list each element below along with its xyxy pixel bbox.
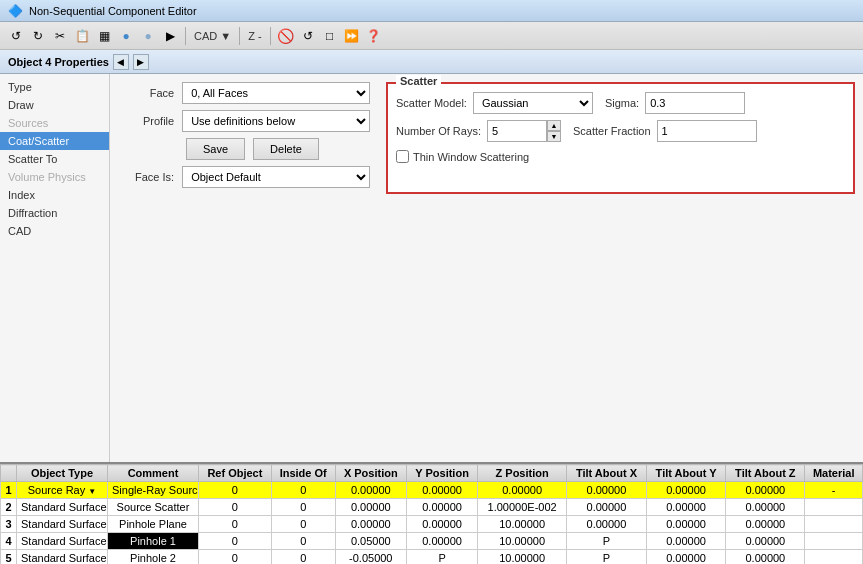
- th-object-type: Object Type: [17, 465, 108, 482]
- comment-cell: Pinhole 2: [108, 550, 199, 565]
- tilt-x-cell: 0.00000: [567, 482, 647, 499]
- table-row[interactable]: 3 Standard Surface ▼ Pinhole Plane 0 0 0…: [1, 516, 863, 533]
- scatter-box-title: Scatter: [396, 75, 441, 87]
- toolbar-square[interactable]: □: [320, 26, 340, 46]
- nav-next-button[interactable]: ▶: [133, 54, 149, 70]
- sidebar-item-coat-scatter[interactable]: Coat/Scatter: [0, 132, 109, 150]
- th-tilt-z: Tilt About Z: [726, 465, 805, 482]
- material-cell: [805, 499, 863, 516]
- th-z-position: Z Position: [478, 465, 567, 482]
- rays-spinner: ▲ ▼: [487, 120, 561, 142]
- material-cell: [805, 550, 863, 565]
- table-row[interactable]: 4 Standard Surface ▼ Pinhole 1 0 0 0.050…: [1, 533, 863, 550]
- sidebar-item-volume-physics: Volume Physics: [0, 168, 109, 186]
- inside-of-cell: 0: [271, 533, 335, 550]
- table-row[interactable]: 5 Standard Surface ▼ Pinhole 2 0 0 -0.05…: [1, 550, 863, 565]
- toolbar-redo[interactable]: ↻: [28, 26, 48, 46]
- sep1: [185, 27, 186, 45]
- face-row: Face 0, All Faces: [118, 82, 370, 104]
- y-pos-cell: 0.00000: [406, 533, 477, 550]
- x-pos-cell: 0.00000: [335, 516, 406, 533]
- obj-type-cell[interactable]: Standard Surface ▼: [17, 499, 108, 516]
- scatter-model-row: Scatter Model: Gaussian Lambertian Sigma…: [396, 92, 845, 114]
- toolbar-grid[interactable]: ▦: [94, 26, 114, 46]
- title-bar: 🔷 Non-Sequential Component Editor: [0, 0, 863, 22]
- face-is-select[interactable]: Object Default: [182, 166, 370, 188]
- toolbar-undo[interactable]: ↺: [6, 26, 26, 46]
- y-pos-cell: 0.00000: [406, 499, 477, 516]
- table-body: 1 Source Ray ▼ Single-Ray Source 0 0 0.0…: [1, 482, 863, 565]
- toolbar-forward[interactable]: ⏩: [342, 26, 362, 46]
- sidebar-item-cad[interactable]: CAD: [0, 222, 109, 240]
- th-comment: Comment: [108, 465, 199, 482]
- thin-window-row: Thin Window Scattering: [396, 150, 845, 163]
- toolbar-dot1[interactable]: ●: [116, 26, 136, 46]
- inside-of-cell: 0: [271, 499, 335, 516]
- obj-type-cell[interactable]: Standard Surface ▼: [17, 516, 108, 533]
- tilt-z-cell: 0.00000: [726, 550, 805, 565]
- scatter-model-label: Scatter Model:: [396, 97, 467, 109]
- obj-type-label: Standard Surface: [21, 501, 107, 513]
- row-num: 4: [1, 533, 17, 550]
- left-form: Face 0, All Faces Profile Use definition…: [118, 82, 378, 194]
- dropdown-arrow-icon[interactable]: ▼: [88, 487, 96, 496]
- spinner-down[interactable]: ▼: [547, 131, 561, 142]
- profile-select[interactable]: Use definitions below: [182, 110, 370, 132]
- table-row[interactable]: 2 Standard Surface ▼ Source Scatter 0 0 …: [1, 499, 863, 516]
- spinner-up[interactable]: ▲: [547, 120, 561, 131]
- x-pos-cell: -0.05000: [335, 550, 406, 565]
- ref-obj-cell: 0: [199, 516, 272, 533]
- comment-cell: Source Scatter: [108, 499, 199, 516]
- table-row[interactable]: 1 Source Ray ▼ Single-Ray Source 0 0 0.0…: [1, 482, 863, 499]
- face-is-row: Face Is: Object Default: [118, 166, 370, 188]
- sep2: [239, 27, 240, 45]
- obj-type-cell[interactable]: Source Ray ▼: [17, 482, 108, 499]
- properties-header: Object 4 Properties ◀ ▶: [0, 50, 863, 74]
- toolbar-copy[interactable]: 📋: [72, 26, 92, 46]
- obj-type-cell[interactable]: Standard Surface ▼: [17, 533, 108, 550]
- toolbar-cut[interactable]: ✂: [50, 26, 70, 46]
- ref-obj-cell: 0: [199, 482, 272, 499]
- spinner-buttons: ▲ ▼: [547, 120, 561, 142]
- fraction-input[interactable]: [657, 120, 757, 142]
- nav-prev-button[interactable]: ◀: [113, 54, 129, 70]
- inside-of-cell: 0: [271, 550, 335, 565]
- tilt-z-cell: 0.00000: [726, 533, 805, 550]
- face-label: Face: [118, 87, 174, 99]
- panel-body: Face 0, All Faces Profile Use definition…: [118, 82, 855, 194]
- toolbar-dot2[interactable]: ●: [138, 26, 158, 46]
- obj-type-cell[interactable]: Standard Surface ▼: [17, 550, 108, 565]
- save-button[interactable]: Save: [186, 138, 245, 160]
- sidebar-item-draw[interactable]: Draw: [0, 96, 109, 114]
- sidebar-item-type[interactable]: Type: [0, 78, 109, 96]
- app-title: Non-Sequential Component Editor: [29, 5, 197, 17]
- toolbar-stop[interactable]: 🚫: [276, 26, 296, 46]
- material-cell: [805, 516, 863, 533]
- row-num: 3: [1, 516, 17, 533]
- scatter-model-select[interactable]: Gaussian Lambertian: [473, 92, 593, 114]
- toolbar: ↺ ↻ ✂ 📋 ▦ ● ● ▶ CAD ▼ Z - 🚫 ↺ □ ⏩ ❓: [0, 22, 863, 50]
- sidebar-item-scatter-to[interactable]: Scatter To: [0, 150, 109, 168]
- comment-cell: Single-Ray Source: [108, 482, 199, 499]
- rays-input[interactable]: [487, 120, 547, 142]
- thin-window-checkbox[interactable]: [396, 150, 409, 163]
- face-is-label: Face Is:: [118, 171, 174, 183]
- sigma-input[interactable]: 0.3: [645, 92, 745, 114]
- sidebar-item-diffraction[interactable]: Diffraction: [0, 204, 109, 222]
- y-pos-cell: 0.00000: [406, 516, 477, 533]
- toolbar-play[interactable]: ▶: [160, 26, 180, 46]
- face-select[interactable]: 0, All Faces: [182, 82, 370, 104]
- row-num: 1: [1, 482, 17, 499]
- th-num: [1, 465, 17, 482]
- tilt-z-cell: 0.00000: [726, 482, 805, 499]
- inside-of-cell: 0: [271, 482, 335, 499]
- sidebar-item-index[interactable]: Index: [0, 186, 109, 204]
- material-cell: [805, 533, 863, 550]
- scatter-rays-row: Number Of Rays: ▲ ▼ Scatter Fraction: [396, 120, 845, 142]
- tilt-z-cell: 0.00000: [726, 516, 805, 533]
- comment-cell: Pinhole Plane: [108, 516, 199, 533]
- toolbar-refresh[interactable]: ↺: [298, 26, 318, 46]
- delete-button[interactable]: Delete: [253, 138, 319, 160]
- toolbar-help[interactable]: ❓: [364, 26, 384, 46]
- z-pos-cell: 10.00000: [478, 533, 567, 550]
